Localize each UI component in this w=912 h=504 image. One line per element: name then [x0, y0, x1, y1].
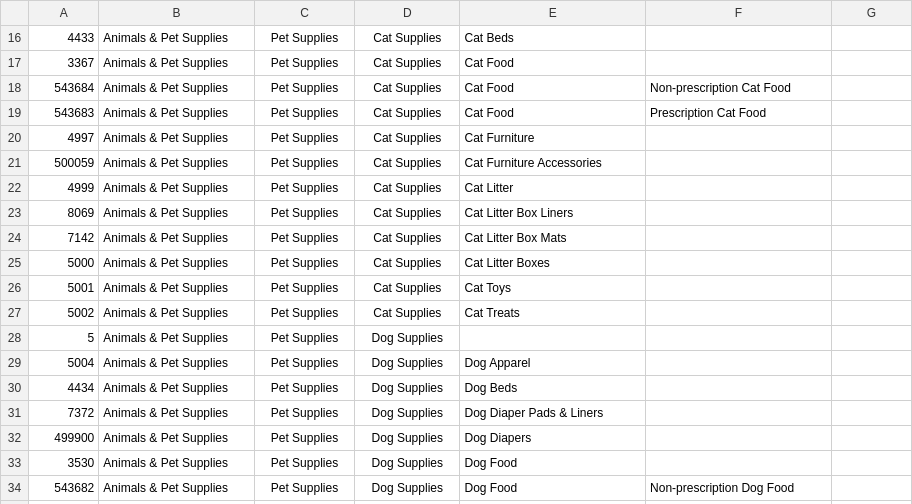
- cell-category[interactable]: Animals & Pet Supplies: [99, 76, 255, 101]
- cell-category[interactable]: Animals & Pet Supplies: [99, 301, 255, 326]
- cell-detail[interactable]: [646, 251, 832, 276]
- cell-product[interactable]: Cat Beds: [460, 26, 646, 51]
- cell-detail[interactable]: Prescription Cat Food: [646, 101, 832, 126]
- cell-id[interactable]: 7142: [29, 226, 99, 251]
- cell-detail[interactable]: [646, 376, 832, 401]
- cell-category[interactable]: Animals & Pet Supplies: [99, 501, 255, 505]
- cell-product[interactable]: Cat Litter Box Liners: [460, 201, 646, 226]
- cell-type[interactable]: Pet Supplies: [254, 476, 354, 501]
- cell-product[interactable]: Dog Beds: [460, 376, 646, 401]
- cell-product[interactable]: Cat Furniture Accessories: [460, 151, 646, 176]
- cell-detail[interactable]: [646, 451, 832, 476]
- cell-subcategory[interactable]: Dog Supplies: [355, 351, 460, 376]
- cell-extra[interactable]: [831, 451, 911, 476]
- cell-extra[interactable]: [831, 251, 911, 276]
- cell-subcategory[interactable]: Cat Supplies: [355, 51, 460, 76]
- cell-extra[interactable]: [831, 476, 911, 501]
- cell-category[interactable]: Animals & Pet Supplies: [99, 326, 255, 351]
- cell-extra[interactable]: [831, 426, 911, 451]
- col-header-a[interactable]: A: [29, 1, 99, 26]
- cell-category[interactable]: Animals & Pet Supplies: [99, 401, 255, 426]
- col-header-g[interactable]: G: [831, 1, 911, 26]
- cell-id[interactable]: 543683: [29, 101, 99, 126]
- cell-category[interactable]: Animals & Pet Supplies: [99, 226, 255, 251]
- cell-type[interactable]: Pet Supplies: [254, 276, 354, 301]
- cell-type[interactable]: Pet Supplies: [254, 76, 354, 101]
- cell-subcategory[interactable]: Dog Supplies: [355, 426, 460, 451]
- cell-subcategory[interactable]: Cat Supplies: [355, 201, 460, 226]
- cell-id[interactable]: 5: [29, 326, 99, 351]
- cell-subcategory[interactable]: Dog Supplies: [355, 401, 460, 426]
- cell-category[interactable]: Animals & Pet Supplies: [99, 126, 255, 151]
- cell-detail[interactable]: [646, 301, 832, 326]
- cell-type[interactable]: Pet Supplies: [254, 251, 354, 276]
- cell-product[interactable]: Cat Food: [460, 51, 646, 76]
- cell-extra[interactable]: [831, 301, 911, 326]
- cell-type[interactable]: Pet Supplies: [254, 26, 354, 51]
- cell-subcategory[interactable]: Cat Supplies: [355, 101, 460, 126]
- cell-detail[interactable]: [646, 151, 832, 176]
- cell-product[interactable]: Cat Litter: [460, 176, 646, 201]
- cell-type[interactable]: Pet Supplies: [254, 351, 354, 376]
- cell-subcategory[interactable]: Dog Supplies: [355, 376, 460, 401]
- cell-detail[interactable]: [646, 326, 832, 351]
- cell-subcategory[interactable]: Cat Supplies: [355, 176, 460, 201]
- cell-extra[interactable]: [831, 126, 911, 151]
- cell-subcategory[interactable]: Cat Supplies: [355, 26, 460, 51]
- cell-type[interactable]: Pet Supplies: [254, 101, 354, 126]
- cell-detail[interactable]: Non-prescription Dog Food: [646, 476, 832, 501]
- cell-detail[interactable]: [646, 126, 832, 151]
- cell-product[interactable]: [460, 326, 646, 351]
- cell-product[interactable]: Dog Food: [460, 501, 646, 505]
- cell-extra[interactable]: [831, 76, 911, 101]
- cell-category[interactable]: Animals & Pet Supplies: [99, 151, 255, 176]
- cell-product[interactable]: Dog Apparel: [460, 351, 646, 376]
- cell-type[interactable]: Pet Supplies: [254, 326, 354, 351]
- cell-extra[interactable]: [831, 51, 911, 76]
- col-header-f[interactable]: F: [646, 1, 832, 26]
- col-header-c[interactable]: C: [254, 1, 354, 26]
- cell-detail[interactable]: [646, 51, 832, 76]
- cell-type[interactable]: Pet Supplies: [254, 126, 354, 151]
- cell-type[interactable]: Pet Supplies: [254, 201, 354, 226]
- cell-id[interactable]: 4999: [29, 176, 99, 201]
- cell-subcategory[interactable]: Cat Supplies: [355, 151, 460, 176]
- cell-category[interactable]: Animals & Pet Supplies: [99, 276, 255, 301]
- cell-category[interactable]: Animals & Pet Supplies: [99, 51, 255, 76]
- cell-type[interactable]: Pet Supplies: [254, 151, 354, 176]
- col-header-b[interactable]: B: [99, 1, 255, 26]
- cell-detail[interactable]: [646, 276, 832, 301]
- cell-extra[interactable]: [831, 501, 911, 505]
- col-header-e[interactable]: E: [460, 1, 646, 26]
- cell-extra[interactable]: [831, 401, 911, 426]
- cell-category[interactable]: Animals & Pet Supplies: [99, 26, 255, 51]
- cell-extra[interactable]: [831, 26, 911, 51]
- cell-extra[interactable]: [831, 176, 911, 201]
- cell-detail[interactable]: Non-prescription Cat Food: [646, 76, 832, 101]
- cell-category[interactable]: Animals & Pet Supplies: [99, 476, 255, 501]
- cell-product[interactable]: Dog Food: [460, 476, 646, 501]
- cell-subcategory[interactable]: Cat Supplies: [355, 126, 460, 151]
- cell-product[interactable]: Dog Diaper Pads & Liners: [460, 401, 646, 426]
- cell-extra[interactable]: [831, 101, 911, 126]
- cell-id[interactable]: 4997: [29, 126, 99, 151]
- cell-id[interactable]: 3367: [29, 51, 99, 76]
- cell-subcategory[interactable]: Dog Supplies: [355, 476, 460, 501]
- cell-id[interactable]: 5004: [29, 351, 99, 376]
- cell-product[interactable]: Cat Treats: [460, 301, 646, 326]
- cell-detail[interactable]: [646, 201, 832, 226]
- cell-id[interactable]: 543684: [29, 76, 99, 101]
- cell-category[interactable]: Animals & Pet Supplies: [99, 426, 255, 451]
- cell-id[interactable]: 5001: [29, 276, 99, 301]
- cell-id[interactable]: 4434: [29, 376, 99, 401]
- cell-extra[interactable]: [831, 201, 911, 226]
- cell-id[interactable]: 499900: [29, 426, 99, 451]
- cell-subcategory[interactable]: Dog Supplies: [355, 501, 460, 505]
- cell-detail[interactable]: [646, 401, 832, 426]
- cell-type[interactable]: Pet Supplies: [254, 401, 354, 426]
- cell-category[interactable]: Animals & Pet Supplies: [99, 451, 255, 476]
- cell-category[interactable]: Animals & Pet Supplies: [99, 351, 255, 376]
- cell-subcategory[interactable]: Cat Supplies: [355, 76, 460, 101]
- cell-type[interactable]: Pet Supplies: [254, 501, 354, 505]
- cell-subcategory[interactable]: Dog Supplies: [355, 326, 460, 351]
